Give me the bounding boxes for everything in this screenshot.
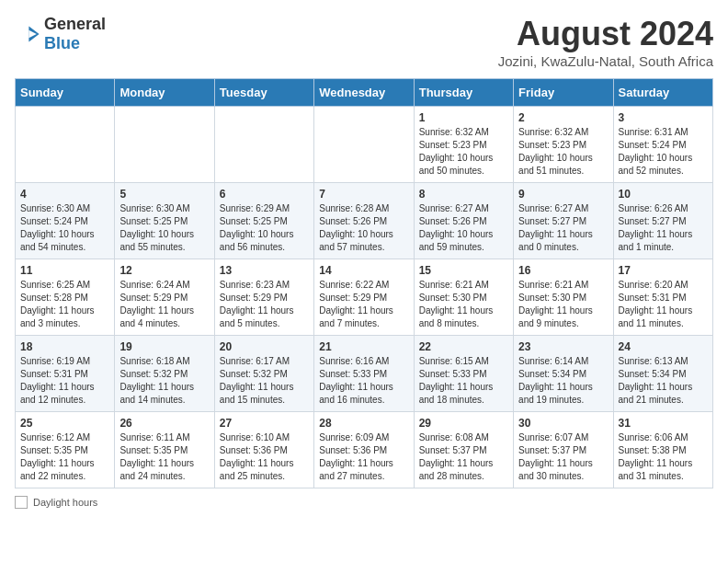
day-info: Sunrise: 6:21 AM Sunset: 5:30 PM Dayligh… — [518, 279, 608, 330]
day-number: 16 — [518, 264, 608, 277]
day-info: Sunrise: 6:15 AM Sunset: 5:33 PM Dayligh… — [419, 355, 508, 407]
calendar-week-row: 25Sunrise: 6:12 AM Sunset: 5:35 PM Dayli… — [16, 412, 713, 488]
calendar-cell: 21Sunrise: 6:16 AM Sunset: 5:33 PM Dayli… — [314, 336, 414, 412]
calendar-cell: 17Sunrise: 6:20 AM Sunset: 5:31 PM Dayli… — [613, 259, 712, 336]
day-info: Sunrise: 6:30 AM Sunset: 5:25 PM Dayligh… — [119, 202, 209, 254]
calendar-table: SundayMondayTuesdayWednesdayThursdayFrid… — [15, 78, 713, 488]
col-header-monday: Monday — [115, 79, 214, 107]
day-number: 19 — [119, 340, 209, 353]
calendar-cell: 23Sunrise: 6:14 AM Sunset: 5:34 PM Dayli… — [514, 336, 613, 412]
day-number: 31 — [619, 417, 708, 430]
col-header-thursday: Thursday — [414, 79, 513, 107]
daylight-box-icon — [15, 496, 28, 509]
day-number: 23 — [518, 340, 608, 353]
calendar-week-row: 4Sunrise: 6:30 AM Sunset: 5:24 PM Daylig… — [16, 183, 713, 259]
day-number: 10 — [619, 188, 708, 201]
calendar-cell: 30Sunrise: 6:07 AM Sunset: 5:37 PM Dayli… — [514, 412, 613, 488]
day-info: Sunrise: 6:19 AM Sunset: 5:31 PM Dayligh… — [20, 355, 109, 407]
day-info: Sunrise: 6:23 AM Sunset: 5:29 PM Dayligh… — [220, 279, 309, 330]
day-number: 17 — [619, 264, 708, 277]
logo: General Blue — [15, 15, 106, 53]
day-number: 21 — [319, 340, 408, 353]
calendar-cell: 10Sunrise: 6:26 AM Sunset: 5:27 PM Dayli… — [613, 183, 712, 259]
day-number: 4 — [20, 188, 109, 201]
day-number: 1 — [419, 111, 508, 124]
calendar-cell: 3Sunrise: 6:31 AM Sunset: 5:24 PM Daylig… — [613, 107, 712, 183]
title-area: August 2024 Jozini, KwaZulu-Natal, South… — [498, 15, 713, 69]
day-number: 29 — [419, 417, 508, 430]
calendar-cell: 4Sunrise: 6:30 AM Sunset: 5:24 PM Daylig… — [16, 183, 115, 259]
calendar-cell — [16, 107, 115, 183]
calendar-cell: 24Sunrise: 6:13 AM Sunset: 5:34 PM Dayli… — [613, 336, 712, 412]
calendar-cell — [214, 107, 313, 183]
calendar-cell: 19Sunrise: 6:18 AM Sunset: 5:32 PM Dayli… — [115, 336, 214, 412]
calendar-cell: 22Sunrise: 6:15 AM Sunset: 5:33 PM Dayli… — [414, 336, 513, 412]
day-number: 2 — [518, 111, 608, 124]
calendar-cell: 1Sunrise: 6:32 AM Sunset: 5:23 PM Daylig… — [414, 107, 513, 183]
calendar-cell: 7Sunrise: 6:28 AM Sunset: 5:26 PM Daylig… — [314, 183, 414, 259]
day-info: Sunrise: 6:32 AM Sunset: 5:23 PM Dayligh… — [518, 126, 608, 178]
calendar-cell: 2Sunrise: 6:32 AM Sunset: 5:23 PM Daylig… — [514, 107, 613, 183]
day-info: Sunrise: 6:27 AM Sunset: 5:26 PM Dayligh… — [419, 202, 508, 254]
day-number: 12 — [119, 264, 209, 277]
day-number: 8 — [419, 188, 508, 201]
calendar-cell: 16Sunrise: 6:21 AM Sunset: 5:30 PM Dayli… — [514, 259, 613, 336]
day-info: Sunrise: 6:22 AM Sunset: 5:29 PM Dayligh… — [319, 279, 408, 330]
day-info: Sunrise: 6:13 AM Sunset: 5:34 PM Dayligh… — [619, 355, 708, 407]
calendar-cell: 13Sunrise: 6:23 AM Sunset: 5:29 PM Dayli… — [214, 259, 313, 336]
day-info: Sunrise: 6:31 AM Sunset: 5:24 PM Dayligh… — [619, 126, 708, 178]
day-info: Sunrise: 6:20 AM Sunset: 5:31 PM Dayligh… — [619, 279, 708, 330]
col-header-friday: Friday — [514, 79, 613, 107]
day-number: 9 — [518, 188, 608, 201]
day-number: 14 — [319, 264, 408, 277]
day-info: Sunrise: 6:32 AM Sunset: 5:23 PM Dayligh… — [419, 126, 508, 178]
calendar-week-row: 18Sunrise: 6:19 AM Sunset: 5:31 PM Dayli… — [16, 336, 713, 412]
day-number: 25 — [20, 417, 109, 430]
calendar-cell: 27Sunrise: 6:10 AM Sunset: 5:36 PM Dayli… — [214, 412, 313, 488]
day-number: 20 — [220, 340, 309, 353]
col-header-tuesday: Tuesday — [214, 79, 313, 107]
day-info: Sunrise: 6:27 AM Sunset: 5:27 PM Dayligh… — [518, 202, 608, 254]
header: General Blue August 2024 Jozini, KwaZulu… — [15, 15, 713, 69]
calendar-cell: 25Sunrise: 6:12 AM Sunset: 5:35 PM Dayli… — [16, 412, 115, 488]
calendar-cell: 18Sunrise: 6:19 AM Sunset: 5:31 PM Dayli… — [16, 336, 115, 412]
calendar-cell: 20Sunrise: 6:17 AM Sunset: 5:32 PM Dayli… — [214, 336, 313, 412]
calendar-cell: 9Sunrise: 6:27 AM Sunset: 5:27 PM Daylig… — [514, 183, 613, 259]
calendar-header-row: SundayMondayTuesdayWednesdayThursdayFrid… — [16, 79, 713, 107]
col-header-wednesday: Wednesday — [314, 79, 414, 107]
calendar-cell: 5Sunrise: 6:30 AM Sunset: 5:25 PM Daylig… — [115, 183, 214, 259]
calendar-cell: 15Sunrise: 6:21 AM Sunset: 5:30 PM Dayli… — [414, 259, 513, 336]
day-info: Sunrise: 6:30 AM Sunset: 5:24 PM Dayligh… — [20, 202, 109, 254]
day-number: 22 — [419, 340, 508, 353]
calendar-cell: 12Sunrise: 6:24 AM Sunset: 5:29 PM Dayli… — [115, 259, 214, 336]
calendar-cell: 14Sunrise: 6:22 AM Sunset: 5:29 PM Dayli… — [314, 259, 414, 336]
logo-icon — [15, 21, 40, 47]
day-number: 24 — [619, 340, 708, 353]
day-info: Sunrise: 6:08 AM Sunset: 5:37 PM Dayligh… — [419, 431, 508, 483]
col-header-sunday: Sunday — [16, 79, 115, 107]
calendar-cell: 31Sunrise: 6:06 AM Sunset: 5:38 PM Dayli… — [613, 412, 712, 488]
day-number: 15 — [419, 264, 508, 277]
day-number: 30 — [518, 417, 608, 430]
day-info: Sunrise: 6:24 AM Sunset: 5:29 PM Dayligh… — [119, 279, 209, 330]
day-number: 13 — [220, 264, 309, 277]
day-number: 5 — [119, 188, 209, 201]
footer-note: Daylight hours — [15, 496, 713, 509]
day-info: Sunrise: 6:28 AM Sunset: 5:26 PM Dayligh… — [319, 202, 408, 254]
calendar-week-row: 1Sunrise: 6:32 AM Sunset: 5:23 PM Daylig… — [16, 107, 713, 183]
day-info: Sunrise: 6:16 AM Sunset: 5:33 PM Dayligh… — [319, 355, 408, 407]
day-number: 6 — [220, 188, 309, 201]
day-number: 18 — [20, 340, 109, 353]
day-number: 3 — [619, 111, 708, 124]
calendar-cell: 11Sunrise: 6:25 AM Sunset: 5:28 PM Dayli… — [16, 259, 115, 336]
calendar-cell: 8Sunrise: 6:27 AM Sunset: 5:26 PM Daylig… — [414, 183, 513, 259]
day-info: Sunrise: 6:18 AM Sunset: 5:32 PM Dayligh… — [119, 355, 209, 407]
main-title: August 2024 — [498, 15, 713, 53]
day-info: Sunrise: 6:07 AM Sunset: 5:37 PM Dayligh… — [518, 431, 608, 483]
calendar-cell: 26Sunrise: 6:11 AM Sunset: 5:35 PM Dayli… — [115, 412, 214, 488]
day-info: Sunrise: 6:25 AM Sunset: 5:28 PM Dayligh… — [20, 279, 109, 330]
calendar-cell: 29Sunrise: 6:08 AM Sunset: 5:37 PM Dayli… — [414, 412, 513, 488]
day-number: 7 — [319, 188, 408, 201]
calendar-cell — [314, 107, 414, 183]
day-info: Sunrise: 6:09 AM Sunset: 5:36 PM Dayligh… — [319, 431, 408, 483]
